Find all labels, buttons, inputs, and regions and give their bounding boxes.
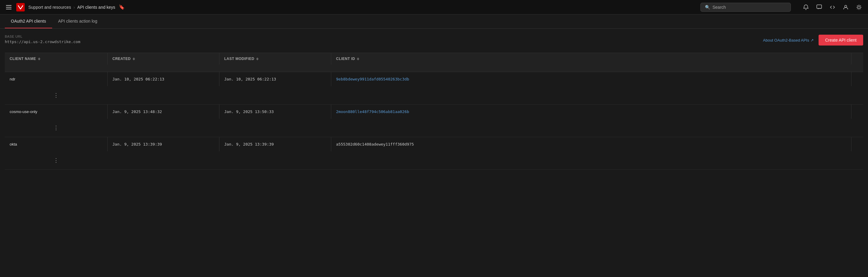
td-created: Jan. 10, 2025 06:22:13	[107, 72, 219, 86]
td-created: Jan. 9, 2025 13:39:39	[107, 137, 219, 151]
client-id-link[interactable]: 2moon880lle48f794c506ab81aa026b	[336, 110, 409, 114]
td-created: Jan. 9, 2025 13:48:32	[107, 104, 219, 119]
row-divider-4	[851, 72, 851, 86]
table-row: okta Jan. 9, 2025 13:39:39 Jan. 9, 2025 …	[5, 137, 863, 170]
th-actions	[5, 64, 107, 72]
breadcrumb-current: API clients and keys	[77, 5, 115, 10]
api-clients-table: Client name Created Last modified	[5, 53, 863, 170]
base-url-section: Base URL https://api.us-2.crowdstrike.co…	[5, 35, 80, 44]
top-navigation: Support and resources › API clients and …	[0, 0, 868, 14]
create-api-client-button[interactable]: Create API client	[818, 35, 863, 45]
th-client-name-label: Client name	[10, 57, 36, 61]
breadcrumb-separator: ›	[73, 5, 75, 10]
search-bar[interactable]: 🔍 Search	[701, 3, 791, 12]
col-divider-4	[851, 53, 851, 64]
td-actions: ⋮	[5, 151, 107, 170]
app-logo	[16, 3, 25, 11]
breadcrumb: Support and resources › API clients and …	[28, 4, 125, 10]
about-link-text: About OAuth2-Based APIs	[763, 38, 809, 42]
table-row: ndr Jan. 10, 2025 06:22:13 Jan. 10, 2025…	[5, 72, 863, 104]
sort-last-modified-icon	[256, 58, 258, 60]
svg-rect-0	[16, 3, 25, 11]
td-actions: ⋮	[5, 86, 107, 104]
sort-created-icon	[133, 58, 135, 60]
tab-oauth2[interactable]: OAuth2 API clients	[5, 14, 52, 28]
search-placeholder: Search	[712, 5, 726, 10]
th-created-label: Created	[113, 57, 131, 61]
td-last-modified: Jan. 9, 2025 13:50:33	[219, 104, 331, 119]
td-client-name: cosmo-use-only	[5, 104, 107, 119]
row-more-button[interactable]: ⋮	[52, 91, 60, 99]
td-actions: ⋮	[5, 119, 107, 137]
bookmark-icon[interactable]: 🔖	[119, 4, 125, 10]
td-client-name: okta	[5, 137, 107, 151]
row-divider-4	[851, 104, 851, 119]
table-controls: About OAuth2-Based APIs ↗ Create API cli…	[763, 35, 864, 45]
search-icon: 🔍	[705, 5, 710, 10]
nav-right-icons	[802, 3, 863, 11]
tabs-bar: OAuth2 API clients API clients action lo…	[0, 14, 868, 29]
base-url-value: https://api.us-2.crowdstrike.com	[5, 39, 80, 44]
hamburger-menu[interactable]	[5, 4, 13, 10]
th-client-name[interactable]: Client name	[5, 53, 107, 64]
th-client-id-label: Client ID	[336, 57, 355, 61]
td-last-modified: Jan. 10, 2025 06:22:13	[219, 72, 331, 86]
row-more-button[interactable]: ⋮	[52, 156, 60, 164]
row-more-button[interactable]: ⋮	[52, 124, 60, 132]
theme-icon[interactable]	[855, 3, 863, 11]
td-client-id: a555302d60c1408adewey11fff360d975	[331, 137, 851, 151]
td-client-name: ndr	[5, 72, 107, 86]
table-body: ndr Jan. 10, 2025 06:22:13 Jan. 10, 2025…	[5, 72, 863, 170]
client-id-value: a555302d60c1408adewey11fff360d975	[336, 142, 414, 147]
user-icon[interactable]	[841, 3, 850, 11]
notifications-icon[interactable]	[802, 3, 810, 11]
th-last-modified[interactable]: Last modified	[219, 53, 331, 64]
chat-icon[interactable]	[815, 3, 824, 11]
svg-rect-1	[817, 5, 822, 8]
table-row: cosmo-use-only Jan. 9, 2025 13:48:32 Jan…	[5, 104, 863, 137]
content-area: Base URL https://api.us-2.crowdstrike.co…	[0, 29, 868, 176]
tab-action-log[interactable]: API clients action log	[52, 14, 103, 28]
th-created[interactable]: Created	[107, 53, 219, 64]
code-icon[interactable]	[828, 3, 837, 11]
breadcrumb-parent[interactable]: Support and resources	[28, 5, 71, 10]
svg-point-2	[845, 5, 847, 7]
svg-point-3	[858, 6, 860, 8]
row-divider-4	[851, 137, 851, 151]
table-header: Client name Created Last modified	[5, 53, 863, 72]
base-url-label: Base URL	[5, 35, 80, 38]
about-oauth2-link[interactable]: About OAuth2-Based APIs ↗	[763, 38, 814, 42]
td-client-id: 2moon880lle48f794c506ab81aa026b	[331, 104, 851, 119]
sort-client-name-icon	[38, 58, 40, 60]
sort-client-id-icon	[357, 58, 359, 60]
th-last-modified-label: Last modified	[224, 57, 254, 61]
external-link-icon: ↗	[810, 38, 814, 42]
th-client-id[interactable]: Client ID	[331, 53, 851, 64]
td-client-id: 9eb8bdewey9911dafd05540263bc3db	[331, 72, 851, 86]
client-id-link[interactable]: 9eb8bdewey9911dafd05540263bc3db	[336, 77, 409, 82]
td-last-modified: Jan. 9, 2025 13:39:39	[219, 137, 331, 151]
